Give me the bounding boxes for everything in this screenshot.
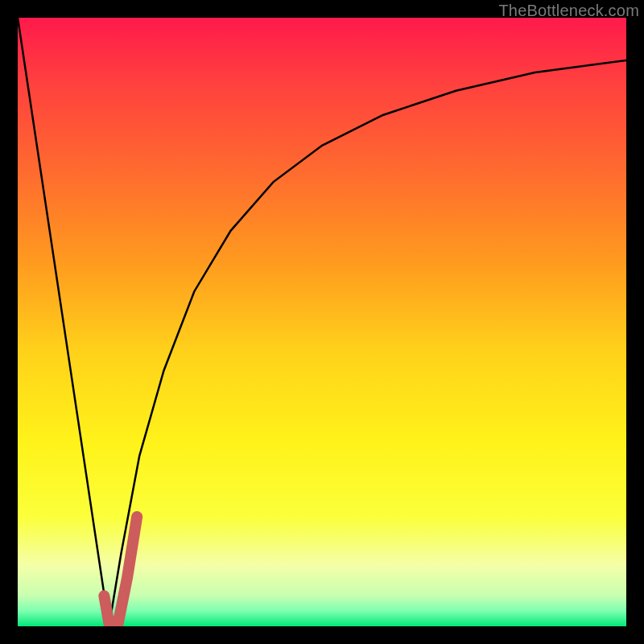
chart-curves <box>18 18 626 626</box>
plot-area <box>18 18 626 626</box>
outer-frame: TheBottleneck.com <box>0 0 644 644</box>
rising-curve <box>109 60 626 626</box>
watermark-text: TheBottleneck.com <box>498 2 639 20</box>
descending-line <box>18 18 109 626</box>
j-marker <box>104 517 137 623</box>
